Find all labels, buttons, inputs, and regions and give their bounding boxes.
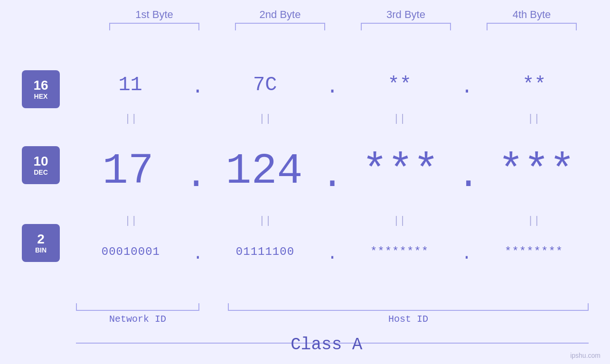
bin-val-1: 00010001	[83, 245, 178, 258]
bin-val-2: 01111100	[217, 245, 312, 258]
eq-dec-bin: || || || ||	[76, 215, 589, 227]
bin-dot-3: .	[461, 244, 472, 264]
dec-row: 17 . 124 . *** . ***	[76, 147, 589, 196]
hex-val-1: 11	[83, 74, 178, 96]
class-label: Class A	[291, 335, 362, 355]
bin-dot-2: .	[327, 244, 338, 264]
hex-val-4: **	[487, 74, 582, 96]
values-section: 11 . 7C . ** . ** || || || || 17 . 124 .…	[76, 43, 601, 321]
dec-val-1: 17	[81, 147, 176, 196]
byte-headers: 1st Byte 2nd Byte 3rd Byte 4th Byte	[92, 9, 595, 21]
bottom-brackets	[76, 303, 589, 311]
badge-bin: 2 BIN	[22, 224, 60, 262]
hex-val-2: 7C	[217, 74, 312, 96]
network-id-label: Network ID	[76, 314, 199, 325]
dec-val-2: 124	[217, 147, 312, 196]
hex-dot-3: .	[461, 76, 473, 99]
watermark: ipshu.com	[570, 352, 601, 359]
badge-hex: 16 HEX	[22, 70, 60, 108]
hex-dot-1: .	[192, 76, 204, 99]
bracket-4	[487, 23, 577, 30]
bottom-labels: Network ID Host ID	[76, 314, 589, 325]
dec-val-4: ***	[489, 147, 584, 196]
byte-header-2: 2nd Byte	[233, 9, 328, 21]
bin-val-3: ********	[352, 245, 447, 258]
bracket-2	[235, 23, 325, 30]
hex-val-3: **	[352, 74, 447, 96]
eq-hex-dec: || || || ||	[76, 113, 589, 125]
bottom-section: Network ID Host ID	[76, 303, 589, 325]
main-container: 1st Byte 2nd Byte 3rd Byte 4th Byte 16 H…	[0, 0, 610, 364]
bin-val-4: ********	[487, 245, 582, 258]
network-bracket	[76, 303, 199, 311]
bin-dot-1: .	[193, 244, 203, 264]
byte-header-1: 1st Byte	[107, 9, 202, 21]
bracket-3	[361, 23, 451, 30]
bracket-1	[109, 23, 199, 30]
top-brackets	[92, 23, 595, 30]
byte-header-4: 4th Byte	[484, 9, 579, 21]
dec-val-3: ***	[353, 147, 448, 196]
bin-row: 00010001 . 01111100 . ******** . *******…	[76, 240, 589, 264]
dec-dot-2: .	[321, 157, 344, 195]
hex-dot-2: .	[326, 76, 338, 99]
dec-dot-1: .	[185, 157, 207, 195]
dec-dot-3: .	[457, 157, 480, 195]
byte-header-3: 3rd Byte	[358, 9, 453, 21]
host-id-label: Host ID	[228, 314, 589, 325]
host-bracket	[228, 303, 589, 311]
hex-row: 11 . 7C . ** . **	[76, 71, 589, 99]
badge-dec: 10 DEC	[22, 146, 60, 184]
